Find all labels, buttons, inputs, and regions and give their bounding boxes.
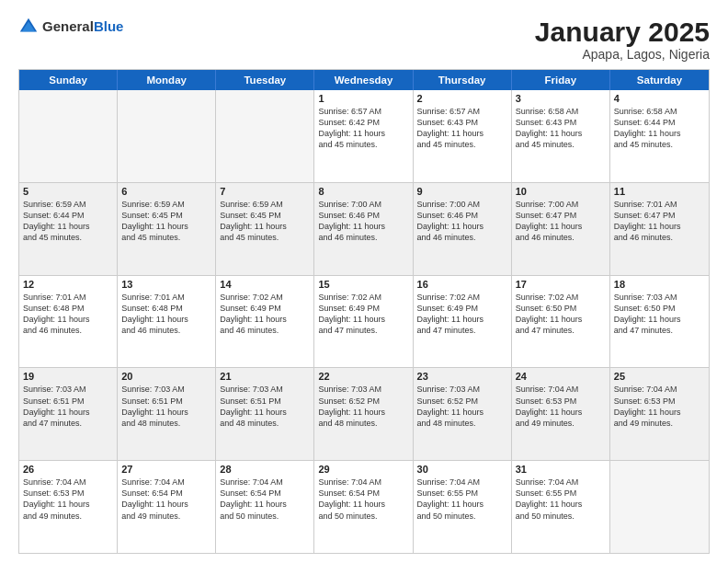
day-number: 1 <box>318 93 408 104</box>
day-info: Sunrise: 7:01 AM Sunset: 6:48 PM Dayligh… <box>23 292 113 337</box>
header-day-wednesday: Wednesday <box>314 70 413 90</box>
day-number: 7 <box>220 186 310 197</box>
page-subtitle: Apapa, Lagos, Nigeria <box>535 47 710 62</box>
calendar-cell: 19Sunrise: 7:03 AM Sunset: 6:51 PM Dayli… <box>19 368 118 460</box>
header-day-sunday: Sunday <box>19 70 118 90</box>
calendar-cell: 18Sunrise: 7:03 AM Sunset: 6:50 PM Dayli… <box>610 276 709 368</box>
day-info: Sunrise: 7:04 AM Sunset: 6:53 PM Dayligh… <box>23 477 113 522</box>
calendar-cell: 14Sunrise: 7:02 AM Sunset: 6:49 PM Dayli… <box>216 276 314 368</box>
calendar-header: SundayMondayTuesdayWednesdayThursdayFrid… <box>19 70 709 90</box>
calendar-cell: 31Sunrise: 7:04 AM Sunset: 6:55 PM Dayli… <box>512 461 610 553</box>
calendar-cell <box>216 90 314 182</box>
day-info: Sunrise: 7:00 AM Sunset: 6:46 PM Dayligh… <box>318 199 408 244</box>
day-info: Sunrise: 6:59 AM Sunset: 6:45 PM Dayligh… <box>220 199 310 244</box>
calendar-cell <box>118 90 216 182</box>
calendar-cell: 28Sunrise: 7:04 AM Sunset: 6:54 PM Dayli… <box>216 461 314 553</box>
day-info: Sunrise: 7:04 AM Sunset: 6:54 PM Dayligh… <box>121 477 211 522</box>
day-number: 25 <box>614 371 705 382</box>
day-number: 31 <box>516 464 606 475</box>
calendar-cell: 30Sunrise: 7:04 AM Sunset: 6:55 PM Dayli… <box>414 461 512 553</box>
calendar-cell: 26Sunrise: 7:04 AM Sunset: 6:53 PM Dayli… <box>19 461 118 553</box>
calendar-cell: 22Sunrise: 7:03 AM Sunset: 6:52 PM Dayli… <box>314 368 413 460</box>
day-number: 15 <box>318 279 408 290</box>
calendar-row-1: 5Sunrise: 6:59 AM Sunset: 6:44 PM Daylig… <box>19 182 709 275</box>
calendar-row-0: 1Sunrise: 6:57 AM Sunset: 6:42 PM Daylig… <box>19 90 709 182</box>
calendar-cell: 20Sunrise: 7:03 AM Sunset: 6:51 PM Dayli… <box>118 368 216 460</box>
day-info: Sunrise: 7:04 AM Sunset: 6:53 PM Dayligh… <box>614 384 705 429</box>
day-number: 8 <box>318 186 408 197</box>
calendar-row-2: 12Sunrise: 7:01 AM Sunset: 6:48 PM Dayli… <box>19 275 709 368</box>
day-number: 23 <box>417 371 507 382</box>
day-number: 21 <box>220 371 310 382</box>
day-info: Sunrise: 7:03 AM Sunset: 6:50 PM Dayligh… <box>614 292 705 337</box>
calendar-cell: 2Sunrise: 6:57 AM Sunset: 6:43 PM Daylig… <box>414 90 512 182</box>
day-number: 30 <box>417 464 507 475</box>
day-info: Sunrise: 6:57 AM Sunset: 6:43 PM Dayligh… <box>417 106 507 151</box>
day-number: 22 <box>318 371 408 382</box>
calendar-cell: 16Sunrise: 7:02 AM Sunset: 6:49 PM Dayli… <box>414 276 512 368</box>
day-number: 26 <box>23 464 113 475</box>
calendar-cell <box>19 90 118 182</box>
calendar-cell: 1Sunrise: 6:57 AM Sunset: 6:42 PM Daylig… <box>314 90 413 182</box>
header-day-monday: Monday <box>118 70 216 90</box>
calendar-cell: 29Sunrise: 7:04 AM Sunset: 6:54 PM Dayli… <box>314 461 413 553</box>
day-info: Sunrise: 6:58 AM Sunset: 6:43 PM Dayligh… <box>516 106 606 151</box>
calendar-cell: 15Sunrise: 7:02 AM Sunset: 6:49 PM Dayli… <box>314 276 413 368</box>
day-number: 11 <box>614 186 705 197</box>
day-number: 6 <box>121 186 211 197</box>
calendar-cell: 4Sunrise: 6:58 AM Sunset: 6:44 PM Daylig… <box>610 90 709 182</box>
calendar-cell: 25Sunrise: 7:04 AM Sunset: 6:53 PM Dayli… <box>610 368 709 460</box>
day-info: Sunrise: 7:03 AM Sunset: 6:52 PM Dayligh… <box>417 384 507 429</box>
day-info: Sunrise: 7:00 AM Sunset: 6:46 PM Dayligh… <box>417 199 507 244</box>
day-number: 2 <box>417 93 507 104</box>
day-info: Sunrise: 7:01 AM Sunset: 6:47 PM Dayligh… <box>614 199 705 244</box>
day-number: 19 <box>23 371 113 382</box>
calendar-cell: 11Sunrise: 7:01 AM Sunset: 6:47 PM Dayli… <box>610 183 709 275</box>
calendar-body: 1Sunrise: 6:57 AM Sunset: 6:42 PM Daylig… <box>19 90 709 553</box>
logo-icon <box>18 17 39 37</box>
day-number: 5 <box>23 186 113 197</box>
header-day-tuesday: Tuesday <box>216 70 314 90</box>
day-number: 20 <box>121 371 211 382</box>
logo: GeneralBlue <box>18 17 123 37</box>
header-day-friday: Friday <box>512 70 610 90</box>
day-info: Sunrise: 7:04 AM Sunset: 6:54 PM Dayligh… <box>318 477 408 522</box>
header-day-saturday: Saturday <box>610 70 709 90</box>
calendar-cell: 13Sunrise: 7:01 AM Sunset: 6:48 PM Dayli… <box>118 276 216 368</box>
day-number: 27 <box>121 464 211 475</box>
day-number: 29 <box>318 464 408 475</box>
day-info: Sunrise: 7:03 AM Sunset: 6:51 PM Dayligh… <box>220 384 310 429</box>
day-info: Sunrise: 7:04 AM Sunset: 6:55 PM Dayligh… <box>417 477 507 522</box>
day-info: Sunrise: 6:57 AM Sunset: 6:42 PM Dayligh… <box>318 106 408 151</box>
day-number: 10 <box>516 186 606 197</box>
day-info: Sunrise: 7:02 AM Sunset: 6:50 PM Dayligh… <box>516 292 606 337</box>
day-info: Sunrise: 7:04 AM Sunset: 6:54 PM Dayligh… <box>220 477 310 522</box>
logo-text-blue: Blue <box>94 18 124 34</box>
day-info: Sunrise: 7:03 AM Sunset: 6:51 PM Dayligh… <box>23 384 113 429</box>
calendar-row-3: 19Sunrise: 7:03 AM Sunset: 6:51 PM Dayli… <box>19 367 709 460</box>
page-title: January 2025 <box>535 17 710 47</box>
day-info: Sunrise: 7:01 AM Sunset: 6:48 PM Dayligh… <box>121 292 211 337</box>
day-info: Sunrise: 6:58 AM Sunset: 6:44 PM Dayligh… <box>614 106 705 151</box>
day-info: Sunrise: 7:03 AM Sunset: 6:51 PM Dayligh… <box>121 384 211 429</box>
calendar-cell: 10Sunrise: 7:00 AM Sunset: 6:47 PM Dayli… <box>512 183 610 275</box>
day-info: Sunrise: 7:02 AM Sunset: 6:49 PM Dayligh… <box>318 292 408 337</box>
calendar-cell: 24Sunrise: 7:04 AM Sunset: 6:53 PM Dayli… <box>512 368 610 460</box>
day-info: Sunrise: 6:59 AM Sunset: 6:45 PM Dayligh… <box>121 199 211 244</box>
calendar-cell: 3Sunrise: 6:58 AM Sunset: 6:43 PM Daylig… <box>512 90 610 182</box>
day-number: 16 <box>417 279 507 290</box>
calendar-cell <box>610 461 709 553</box>
day-info: Sunrise: 7:03 AM Sunset: 6:52 PM Dayligh… <box>318 384 408 429</box>
day-number: 4 <box>614 93 705 104</box>
calendar-cell: 21Sunrise: 7:03 AM Sunset: 6:51 PM Dayli… <box>216 368 314 460</box>
day-number: 18 <box>614 279 705 290</box>
day-number: 12 <box>23 279 113 290</box>
day-info: Sunrise: 7:02 AM Sunset: 6:49 PM Dayligh… <box>220 292 310 337</box>
day-number: 3 <box>516 93 606 104</box>
calendar-cell: 27Sunrise: 7:04 AM Sunset: 6:54 PM Dayli… <box>118 461 216 553</box>
page: GeneralBlue January 2025 Apapa, Lagos, N… <box>0 0 728 563</box>
calendar-cell: 12Sunrise: 7:01 AM Sunset: 6:48 PM Dayli… <box>19 276 118 368</box>
day-number: 28 <box>220 464 310 475</box>
title-block: January 2025 Apapa, Lagos, Nigeria <box>535 17 710 62</box>
calendar-row-4: 26Sunrise: 7:04 AM Sunset: 6:53 PM Dayli… <box>19 460 709 553</box>
